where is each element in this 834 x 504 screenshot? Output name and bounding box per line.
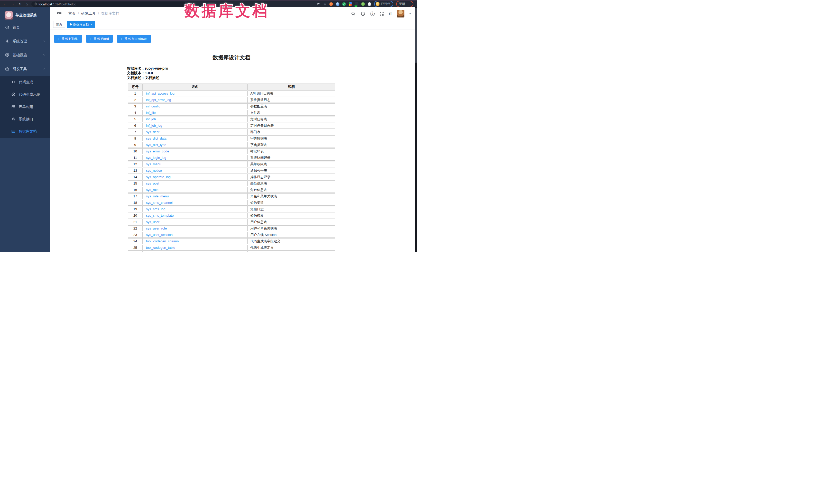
table-link[interactable]: inf_config: [146, 104, 160, 108]
table-link[interactable]: inf_api_access_log: [146, 91, 174, 95]
row-index: 24: [128, 238, 142, 244]
font-size-icon[interactable]: tT: [389, 12, 392, 16]
table-link[interactable]: sys_dict_type: [146, 143, 166, 147]
table-link[interactable]: sys_sms_channel: [146, 201, 172, 204]
navbar-actions: ? tT ▾: [351, 10, 411, 18]
sidebar-item-infra[interactable]: 基础设施: [0, 48, 50, 62]
scrollbar-thumb[interactable]: [415, 8, 417, 63]
table-row: 8 sys_dict_data 字典数据表: [128, 135, 335, 141]
extension-icon-green[interactable]: [361, 2, 365, 6]
breadcrumb-separator: /: [98, 12, 99, 16]
sidebar-item-codegen-demo[interactable]: 代码生成示例: [0, 88, 50, 101]
sidebar-item-form-builder[interactable]: 表单构建: [0, 101, 50, 113]
table-link[interactable]: sys_role_menu: [146, 194, 169, 198]
sidebar-item-label: 首页: [13, 25, 20, 30]
tag-close-icon[interactable]: ×: [91, 23, 92, 26]
table-link[interactable]: sys_sms_log: [146, 207, 165, 211]
row-index: 4: [128, 110, 142, 116]
export-markdown-button[interactable]: + 导出 Markdown: [117, 35, 151, 43]
user-avatar[interactable]: [397, 10, 404, 18]
table-link[interactable]: sys_user_role: [146, 226, 167, 230]
devtools-submenu: 代码生成 代码生成示例 表单构建 系统接口: [0, 76, 50, 138]
row-index: 10: [128, 148, 142, 154]
sidebar-item-db-doc[interactable]: 数据库文档: [0, 126, 50, 138]
table-link[interactable]: sys_dict_data: [146, 136, 167, 140]
table-link[interactable]: sys_menu: [146, 162, 161, 166]
table-link[interactable]: inf_api_error_log: [146, 98, 171, 102]
sidebar-item-system[interactable]: 系统管理: [0, 35, 50, 48]
export-word-button[interactable]: + 导出 Word: [86, 35, 113, 43]
table-row: 18 sys_sms_channel 短信渠道: [128, 200, 335, 205]
browser-menu-icon[interactable]: ⋮: [407, 2, 411, 6]
hamburger-icon[interactable]: [57, 12, 62, 16]
page-scrollbar[interactable]: [415, 7, 417, 252]
extension-icon-grid[interactable]: [349, 2, 352, 6]
extension-icon-blue[interactable]: [336, 2, 339, 6]
table-link[interactable]: sys_post: [146, 181, 159, 185]
breadcrumb-home[interactable]: 首页: [68, 11, 75, 16]
star-icon[interactable]: ☆: [323, 2, 327, 6]
button-label: 导出 Markdown: [124, 37, 147, 41]
sidebar-item-codegen[interactable]: 代码生成: [0, 76, 50, 88]
tag-db-doc[interactable]: 数据库文档 ×: [67, 21, 95, 28]
row-index: 22: [128, 225, 142, 231]
table-row: 19 sys_sms_log 短信日志: [128, 206, 335, 212]
table-link[interactable]: inf_file: [146, 111, 156, 115]
table-row: 3 inf_config 参数配置表: [128, 103, 335, 109]
row-index: 7: [128, 129, 142, 135]
fullscreen-icon[interactable]: [379, 12, 384, 16]
row-desc: 角色和菜单关联表: [247, 193, 335, 199]
row-desc: 短信渠道: [247, 200, 335, 205]
table-link[interactable]: tool_codegen_column: [146, 239, 179, 243]
forward-icon[interactable]: →: [11, 2, 15, 6]
row-index: 5: [128, 116, 142, 122]
help-icon[interactable]: ?: [370, 12, 375, 16]
search-icon[interactable]: [351, 11, 356, 16]
paused-badge[interactable]: 已暂停: [374, 1, 393, 7]
table-link[interactable]: sys_error_code: [146, 149, 169, 153]
row-desc: 用户和角色关联表: [247, 225, 335, 231]
back-icon[interactable]: ←: [3, 2, 7, 6]
table-row: 11 sys_login_log 系统访问记录: [128, 155, 335, 161]
github-icon[interactable]: [360, 11, 365, 16]
address-bar[interactable]: i localhost:1024/tool/db-doc: [31, 2, 185, 7]
table-link[interactable]: sys_user: [146, 220, 159, 224]
table-link[interactable]: sys_user_session: [146, 233, 172, 237]
sidebar-item-api[interactable]: 系统接口: [0, 113, 50, 126]
app-logo-row[interactable]: 芋道管理系统: [0, 7, 50, 21]
extension-icon-green-check[interactable]: ✓: [342, 2, 346, 6]
sliders-icon: [11, 117, 16, 122]
table-row: 24 tool_codegen_column 代码生成表字段定义: [128, 238, 335, 244]
table-link[interactable]: sys_operate_log: [146, 175, 170, 179]
table-link[interactable]: sys_dept: [146, 130, 159, 134]
breadcrumb-devtools[interactable]: 研发工具: [81, 11, 95, 16]
sidebar-item-devtools[interactable]: 研发工具: [0, 62, 50, 76]
update-button[interactable]: 更新 ⋮: [396, 1, 413, 7]
table-link[interactable]: sys_login_log: [146, 156, 166, 160]
site-info-icon[interactable]: i: [34, 3, 37, 5]
col-header-index: 序号: [128, 84, 142, 90]
gear-icon: [5, 39, 9, 44]
avatar-caret-icon[interactable]: ▾: [409, 12, 411, 16]
table-link[interactable]: sys_role: [146, 188, 158, 192]
button-label: 导出 Word: [93, 37, 109, 41]
extension-icon-puzzle[interactable]: [368, 2, 371, 6]
row-desc: 错误码表: [247, 148, 335, 154]
table-link[interactable]: inf_job: [146, 117, 156, 121]
key-icon[interactable]: [316, 2, 321, 6]
table-row: 14 sys_operate_log 操作日志记录: [128, 174, 335, 180]
home-icon[interactable]: ⌂: [26, 2, 28, 6]
sidebar-item-label: 数据库文档: [19, 129, 37, 134]
table-link[interactable]: inf_job_log: [146, 124, 162, 128]
row-index: 21: [128, 219, 142, 225]
export-html-button[interactable]: + 导出 HTML: [54, 35, 82, 43]
tag-label: 数据库文档: [73, 22, 89, 27]
table-link[interactable]: tool_codegen_table: [146, 246, 175, 249]
extension-icon-orange[interactable]: [329, 2, 333, 6]
sidebar-item-home[interactable]: 首页: [0, 21, 50, 35]
table-link[interactable]: sys_notice: [146, 169, 161, 172]
table-link[interactable]: sys_sms_template: [146, 214, 174, 217]
extension-icon-dark[interactable]: on: [355, 2, 358, 6]
reload-icon[interactable]: ↻: [19, 2, 22, 6]
tag-home[interactable]: 首页: [53, 21, 65, 28]
